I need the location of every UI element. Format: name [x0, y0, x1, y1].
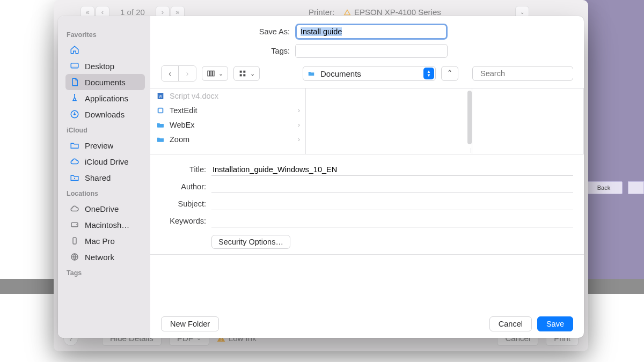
search-input[interactable] [480, 69, 582, 78]
svg-rect-17 [243, 74, 245, 76]
save-button[interactable]: Save [537, 316, 573, 331]
search-field[interactable] [472, 66, 573, 81]
cloud-icon [70, 204, 79, 213]
svg-point-4 [74, 94, 75, 95]
subject-label: Subject: [161, 200, 206, 208]
document-icon [70, 77, 79, 87]
sidebar-item-label: Desktop [85, 62, 114, 71]
file-label: TextEdit [170, 106, 197, 115]
group-view-button[interactable]: ⌄ [233, 66, 260, 81]
sidebar-item-label: Downloads [85, 110, 125, 119]
author-label: Author: [161, 182, 206, 191]
sidebar-item-onedrive[interactable]: OneDrive [65, 201, 145, 217]
subject-input[interactable] [211, 197, 573, 210]
sidebar-item-label: Documents [85, 78, 126, 87]
background-next-button [628, 181, 644, 194]
sidebar-item-label: OneDrive [85, 204, 119, 213]
browser-column-3[interactable] [472, 88, 584, 154]
keywords-input[interactable] [211, 215, 573, 227]
column-resize-grip[interactable]: || [470, 147, 472, 153]
forward-button[interactable]: › [179, 66, 196, 81]
scrollbar[interactable] [467, 91, 472, 144]
file-row[interactable]: Zoom › [150, 132, 305, 146]
columns-icon [207, 69, 215, 78]
sidebar-item-label: Macintosh… [85, 220, 129, 230]
svg-rect-12 [210, 71, 212, 76]
save-toolbar: ‹ › ⌄ ⌄ Documents ▲▼ ˄ [150, 63, 584, 88]
word-doc-icon: W [156, 91, 165, 101]
sidebar-header-tags: Tags [67, 269, 144, 277]
file-row[interactable]: TextEdit › [150, 103, 305, 117]
sidebar-item-icloud-drive[interactable]: iCloud Drive [65, 153, 145, 169]
svg-rect-14 [240, 71, 242, 73]
chevron-down-icon: ⌄ [250, 70, 255, 77]
dialog-footer: New Folder Cancel Save [150, 310, 584, 338]
svg-rect-11 [208, 71, 209, 76]
sidebar-header-icloud: iCloud [67, 127, 144, 134]
background-panel [583, 0, 644, 282]
cancel-button[interactable]: Cancel [489, 316, 532, 331]
file-row[interactable]: W Script v4.docx [150, 88, 305, 103]
title-input[interactable] [211, 163, 573, 176]
disk-icon [70, 220, 79, 230]
updown-icon: ▲▼ [423, 68, 434, 79]
apps-icon [70, 93, 79, 103]
sidebar-item-label: Preview [85, 141, 113, 150]
sidebar-item-preview[interactable]: Preview [65, 137, 145, 153]
sidebar-header-favorites: Favorites [67, 31, 144, 39]
sidebar-item-network[interactable]: Network [65, 249, 145, 265]
sidebar: Favorites Desktop Documents Applications [58, 16, 150, 338]
save-as-label: Save As: [161, 27, 290, 36]
new-folder-button[interactable]: New Folder [161, 316, 219, 331]
metadata-panel: Title: Author: Subject: Keywords: Securi… [150, 154, 584, 255]
sidebar-item-home[interactable] [65, 42, 145, 58]
chevron-down-icon: ⌄ [218, 70, 223, 77]
folder-icon [70, 141, 79, 150]
columns-view-button[interactable]: ⌄ [202, 66, 228, 81]
sidebar-item-macintosh[interactable]: Macintosh… [65, 217, 145, 233]
sidebar-item-applications[interactable]: Applications [65, 90, 145, 106]
sidebar-item-documents[interactable]: Documents [65, 74, 145, 90]
svg-rect-13 [213, 71, 214, 76]
file-row[interactable]: WebEx › [150, 117, 305, 132]
sidebar-item-downloads[interactable]: Downloads [65, 106, 145, 122]
chevron-up-icon: ˄ [448, 69, 452, 79]
nav-seg: ‹ › [161, 65, 196, 82]
shared-folder-icon [70, 173, 79, 182]
file-label: WebEx [170, 121, 194, 129]
svg-rect-3 [71, 67, 78, 68]
app-icon [156, 106, 165, 115]
browser-column-2[interactable]: || [306, 88, 472, 154]
background-back-button: Back [585, 181, 623, 194]
save-as-field-wrap [295, 24, 448, 40]
chevron-right-icon: › [298, 121, 300, 129]
sidebar-item-desktop[interactable]: Desktop [65, 58, 145, 74]
location-popup[interactable]: Documents ▲▼ [303, 66, 436, 81]
security-options-button[interactable]: Security Options… [211, 235, 290, 249]
svg-rect-15 [243, 71, 245, 73]
sidebar-item-label: Mac Pro [85, 237, 115, 246]
sidebar-item-shared[interactable]: Shared [65, 169, 145, 186]
collapse-button[interactable]: ˄ [441, 66, 458, 81]
author-input[interactable] [211, 180, 573, 193]
keywords-label: Keywords: [161, 217, 206, 225]
browser-column-1[interactable]: W Script v4.docx TextEdit › WebEx › Zoom… [150, 88, 306, 154]
grid-icon [238, 69, 247, 78]
svg-rect-9 [73, 238, 76, 244]
sidebar-item-macpro[interactable]: Mac Pro [65, 233, 145, 249]
file-browser: W Script v4.docx TextEdit › WebEx › Zoom… [150, 88, 584, 154]
folder-icon [156, 135, 165, 144]
tags-input[interactable] [295, 44, 448, 58]
back-button[interactable]: ‹ [162, 66, 179, 81]
sidebar-item-label: Shared [85, 173, 111, 182]
svg-rect-16 [240, 74, 242, 76]
tags-label: Tags: [161, 47, 290, 55]
download-icon [70, 109, 79, 119]
desktop-icon [70, 61, 79, 71]
sidebar-header-locations: Locations [67, 190, 144, 197]
title-label: Title: [161, 165, 206, 174]
sidebar-item-label: iCloud Drive [85, 157, 129, 166]
folder-icon [156, 120, 165, 130]
save-as-input[interactable] [297, 26, 445, 38]
save-dialog-main: Save As: Tags: ‹ › ⌄ ⌄ [150, 16, 584, 338]
